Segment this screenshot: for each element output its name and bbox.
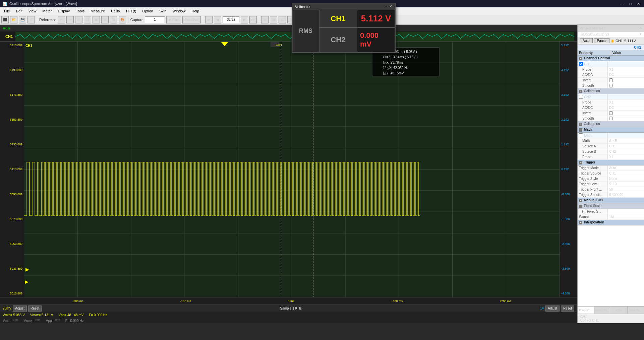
col-value: Value	[611, 50, 644, 55]
close-btn[interactable]: ✕	[636, 2, 641, 6]
trigger-style-val: None	[608, 176, 644, 181]
ch1-invert-cb[interactable]	[609, 78, 613, 82]
ch2-checkbox[interactable]	[579, 95, 583, 99]
reset-right-btn[interactable]: Reset	[561, 305, 574, 312]
voltmeter-titlebar[interactable]: Voltmeter — ✕	[292, 3, 395, 10]
trigger-sens-val: 0.400000	[608, 192, 644, 197]
ch2-acdc-row: AC/DC DC	[578, 105, 644, 111]
voltmeter-controls[interactable]: — ✕	[384, 4, 392, 9]
fixeds-cb[interactable]	[582, 210, 586, 213]
ch2-smooth-key: Smooth	[578, 116, 608, 121]
ch1-smooth-val	[608, 83, 644, 88]
menu-file[interactable]: File	[1, 8, 13, 14]
tab-filter[interactable]: Filter	[611, 307, 628, 314]
menu-tools[interactable]: Tools	[73, 8, 87, 14]
trigger-expand[interactable]: −	[579, 161, 582, 164]
tb-ref3[interactable]: ◎	[75, 16, 82, 23]
menu-fft[interactable]: FFT(f)	[123, 8, 139, 14]
menu-edit[interactable]: Edit	[13, 8, 25, 14]
title-bar-controls[interactable]: — □ ✕	[619, 2, 641, 6]
tb-grid[interactable]: ⊞	[261, 16, 269, 23]
auto-btn[interactable]: Auto	[580, 38, 593, 43]
calibration1-section: + Calibration	[578, 88, 644, 94]
math-expand[interactable]: −	[579, 128, 582, 132]
tb-ref8[interactable]: 🎨	[119, 16, 126, 23]
tab-properties[interactable]: Properti...	[578, 307, 594, 314]
tb-save[interactable]: 💾	[19, 16, 26, 23]
tab-waveproc[interactable]: Wave Pr...	[594, 307, 611, 314]
tb-print[interactable]: 🖨	[27, 16, 35, 23]
trigger-label: Trigger	[584, 160, 595, 164]
manual-expand[interactable]: −	[579, 199, 582, 202]
reset-left-btn[interactable]: Reset	[28, 305, 42, 312]
title-bar-left: 📊 Oscilloscope/Spectrum Analyzer - [Wave…	[3, 2, 77, 6]
frame-counter[interactable]	[223, 16, 239, 23]
ch2-invert-row: Invert	[578, 111, 644, 116]
ch2-probe-row: Probe X1	[578, 100, 644, 105]
tb-ref1[interactable]: ↩	[58, 16, 65, 23]
tb-prev-prev[interactable]: ⏮	[205, 16, 213, 23]
cal2-expand[interactable]: +	[579, 123, 582, 126]
interp-expand[interactable]: +	[579, 221, 582, 224]
trigger-section-header: − Trigger	[578, 160, 644, 165]
svg-text:Cur2  13.84ms ( 5.13V ): Cur2 13.84ms ( 5.13V )	[383, 55, 418, 59]
menu-measure[interactable]: Measure	[88, 8, 108, 14]
adjust-left-btn[interactable]: Adjust	[13, 305, 27, 312]
adjust-right-btn[interactable]: Adjust	[545, 305, 560, 312]
sample-rate-display: Sample 1 KHz	[280, 307, 301, 310]
col-property: Property	[578, 50, 611, 55]
tb-grid2[interactable]: ▦	[270, 16, 277, 23]
vm-minimize[interactable]: —	[384, 4, 388, 9]
menu-help[interactable]: Help	[189, 8, 202, 14]
menu-option[interactable]: Option	[139, 8, 156, 14]
tb-ref4[interactable]: ⊡	[84, 16, 91, 23]
tb-open[interactable]: 📂	[10, 16, 17, 23]
ch1-checkbox[interactable]	[579, 62, 583, 66]
tb-ref2[interactable]: ↪	[66, 16, 74, 23]
trigger-front-val: 50	[608, 187, 644, 192]
ch1-sub-key: CH1	[578, 61, 608, 67]
sep3	[203, 16, 203, 23]
tb-passfail[interactable]: Pass/Fail	[182, 16, 201, 23]
menu-skin[interactable]: Skin	[157, 8, 169, 14]
ch2-smooth-cb[interactable]	[609, 117, 613, 120]
capture-input[interactable]	[145, 16, 165, 23]
pause-btn[interactable]: Pause	[594, 38, 609, 43]
tb-play[interactable]: ▶ Play	[166, 16, 181, 23]
tb-icon1[interactable]: ⬛	[1, 16, 9, 23]
y-val-8: 5053.889	[1, 242, 22, 246]
ch2-invert-cb[interactable]	[609, 111, 613, 115]
tb-next-next[interactable]: ⏭	[249, 16, 257, 23]
minimize-btn[interactable]: —	[619, 2, 625, 6]
maximize-btn[interactable]: □	[628, 2, 633, 6]
scope-canvas-container[interactable]: CH1 ▶ Cur1 Cur2 Cur1 -9.93ms ( 5.08V )	[24, 42, 560, 297]
fixedscale-expand[interactable]: −	[579, 205, 582, 208]
menu-meter[interactable]: Meter	[40, 8, 54, 14]
menu-view[interactable]: View	[26, 8, 39, 14]
freq1: F= 0.000 Hz	[89, 313, 107, 317]
yr-val-8: -2.808	[561, 242, 576, 246]
ch1-smooth-cb[interactable]	[609, 84, 613, 87]
tb-prev[interactable]: ◀	[214, 16, 221, 23]
device-dropdown-icon[interactable]: ▼	[639, 32, 642, 36]
tb-next[interactable]: ▶	[241, 16, 248, 23]
math-checkbox[interactable]	[579, 133, 583, 137]
x-label-3: +100 ms	[391, 299, 403, 303]
tb-ref7[interactable]: ⊟	[110, 16, 117, 23]
tab-datare[interactable]: Data Re...	[628, 307, 644, 314]
trigger-mode-val: Auto	[608, 165, 644, 171]
tb-ref5[interactable]: ▣	[93, 16, 100, 23]
run-indicator: Run	[0, 25, 577, 31]
menu-utility[interactable]: Utility	[108, 8, 123, 14]
prop-table-scroll[interactable]: − Channel Control CH1 Probe X1 AC/DC DC	[578, 56, 644, 306]
cal1-expand[interactable]: +	[579, 90, 582, 93]
tb-ref6[interactable]: ⊞	[101, 16, 109, 23]
tb-grid3[interactable]: ⊡	[279, 16, 286, 23]
vm-close[interactable]: ✕	[389, 4, 392, 9]
menu-window[interactable]: Window	[170, 8, 188, 14]
math-probe-row: Probe X1	[578, 154, 644, 160]
source-b-val: CH2	[608, 149, 644, 154]
channel-control-expand[interactable]: −	[579, 57, 582, 60]
menu-display[interactable]: Display	[55, 8, 72, 14]
prop-close-icon[interactable]: ✕	[639, 26, 642, 30]
